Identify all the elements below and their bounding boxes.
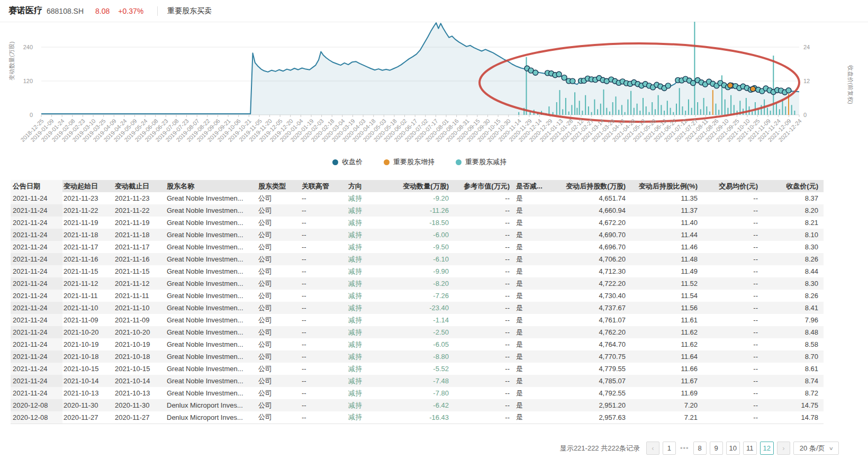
volume-bar <box>676 104 677 115</box>
cell-股东名称: Great Noble Investmen... <box>166 363 257 375</box>
cell-交易均价(元): -- <box>703 204 763 217</box>
cell-变动后持股比例(%): 11.67 <box>631 375 703 387</box>
cell-参考市值(万元): -- <box>454 375 515 387</box>
cell-关联高管: -- <box>301 326 347 338</box>
table-row[interactable]: 2020-12-082020-11-272020-11-27Denlux Mic… <box>11 411 824 424</box>
pagination-next-button[interactable]: › <box>777 442 790 455</box>
table-row[interactable]: 2021-11-242021-10-202021-10-20Great Nobl… <box>11 326 824 338</box>
cell-收盘价(元): 8.30 <box>763 241 824 253</box>
column-header-8[interactable]: 变动数量(万股) <box>398 180 454 192</box>
table-row[interactable]: 2021-11-242021-11-112021-11-11Great Nobl… <box>11 290 824 302</box>
pagination-page-9[interactable]: 9 <box>710 442 723 455</box>
column-header-2[interactable]: 变动起始日 <box>62 180 114 192</box>
column-header-6[interactable]: 关联高管 <box>301 180 347 192</box>
cell-变动截止日: 2021-11-11 <box>114 290 166 302</box>
cell-参考市值(万元): -- <box>454 204 515 217</box>
volume-bar <box>637 104 638 115</box>
table-row[interactable]: 2021-11-242021-11-162021-11-16Great Nobl… <box>11 253 824 265</box>
column-header-13[interactable]: 交易均价(元) <box>703 180 763 192</box>
table-row[interactable]: 2021-11-242021-11-192021-11-19Great Nobl… <box>11 217 824 229</box>
cell-公告日期: 2021-11-24 <box>11 277 62 290</box>
table-row[interactable]: 2021-11-242021-11-122021-11-12Great Nobl… <box>11 277 824 290</box>
pagination-page-8[interactable]: 8 <box>693 442 707 455</box>
volume-bar <box>664 111 665 115</box>
cell-是否减...: 是 <box>515 290 555 302</box>
cell-股东类型: 公司 <box>257 265 301 277</box>
cell-是否减...: 是 <box>515 399 555 411</box>
table-row[interactable]: 2021-11-242021-11-092021-11-09Great Nobl… <box>11 314 824 326</box>
page-size-select[interactable]: 20 条/页∨ <box>793 442 839 455</box>
cell-参考市值(万元): -- <box>454 338 515 350</box>
cell-变动截止日: 2021-11-10 <box>114 302 166 314</box>
table-row[interactable]: 2021-11-242021-11-182021-11-18Great Nobl… <box>11 229 824 241</box>
pagination-page-11[interactable]: 11 <box>743 442 757 455</box>
cell-变动后持股数(万股): 2,957.63 <box>555 411 631 424</box>
volume-bar <box>562 109 563 115</box>
cell-关联高管: -- <box>301 314 347 326</box>
column-header-12[interactable]: 变动后持股比例(%) <box>631 180 703 192</box>
table-row[interactable]: 2021-11-242021-11-152021-11-15Great Nobl… <box>11 265 824 277</box>
cell-交易均价(元): -- <box>703 399 763 411</box>
legend-item-close-price[interactable]: 收盘价 <box>332 157 363 167</box>
cell-交易均价(元): -- <box>703 192 763 204</box>
table-row[interactable]: 2021-11-242021-10-192021-10-19Great Nobl… <box>11 338 824 350</box>
pagination-page-10[interactable]: 10 <box>726 442 740 455</box>
cell-变动起始日: 2021-11-23 <box>62 192 114 204</box>
cell-股东类型: 公司 <box>257 217 301 229</box>
pagination-page-12[interactable]: 12 <box>760 442 774 455</box>
cell-变动后持股数(万股): 4,770.75 <box>555 350 631 363</box>
tab-important-holder-trading[interactable]: 重要股东买卖 <box>167 6 212 16</box>
cell-收盘价(元): 8.37 <box>763 192 824 204</box>
pagination-bar: 显示221-222 共222条记录‹1•••89101112›20 条/页∨ <box>560 442 839 455</box>
cell-变动数量(万股): -16.43 <box>398 411 454 424</box>
cell-变动后持股比例(%): 7.21 <box>631 411 703 424</box>
cell-方向: 减持 <box>347 241 398 253</box>
cell-是否减...: 是 <box>515 253 555 265</box>
cell-公告日期: 2021-11-24 <box>11 302 62 314</box>
column-header-3[interactable]: 变动截止日 <box>114 180 166 192</box>
pagination-page-1[interactable]: 1 <box>663 442 676 455</box>
cell-变动起始日: 2020-11-27 <box>62 411 114 424</box>
cell-关联高管: -- <box>301 229 347 241</box>
cell-公告日期: 2021-11-24 <box>11 375 62 387</box>
cell-是否减...: 是 <box>515 375 555 387</box>
table-row[interactable]: 2020-12-082020-11-302020-11-30Denlux Mic… <box>11 399 824 411</box>
table-row[interactable]: 2021-11-242021-10-152021-10-15Great Nobl… <box>11 363 824 375</box>
legend-item-holder-decrease[interactable]: 重要股东减持 <box>456 157 507 167</box>
column-header-7[interactable]: 方向 <box>347 180 398 192</box>
pagination-prev-button[interactable]: ‹ <box>646 442 659 455</box>
stock-code: 688108.SH <box>47 7 84 15</box>
volume-bar <box>673 112 674 115</box>
column-header-9[interactable]: 参考市值(万元) <box>454 180 515 192</box>
cell-方向: 减持 <box>347 229 398 241</box>
cell-变动截止日: 2021-11-09 <box>114 314 166 326</box>
table-row[interactable]: 2021-11-242021-10-132021-10-13Great Nobl… <box>11 387 824 399</box>
cell-变动后持股数(万股): 4,730.40 <box>555 290 631 302</box>
cell-股东名称: Great Noble Investmen... <box>166 265 257 277</box>
cell-变动起始日: 2021-11-11 <box>62 290 114 302</box>
price-volume-chart <box>0 21 868 160</box>
table-row[interactable]: 2021-11-242021-11-222021-11-22Great Nobl… <box>11 204 824 217</box>
volume-bar <box>646 106 647 115</box>
volume-bar <box>556 102 557 115</box>
column-header-4[interactable]: 股东名称 <box>166 180 257 192</box>
cell-交易均价(元): -- <box>703 350 763 363</box>
column-header-1[interactable]: 公告日期 <box>11 180 62 192</box>
cell-参考市值(万元): -- <box>454 192 515 204</box>
table-row[interactable]: 2021-11-242021-11-232021-11-23Great Nobl… <box>11 192 824 204</box>
cell-股东名称: Great Noble Investmen... <box>166 326 257 338</box>
table-row[interactable]: 2021-11-242021-11-102021-11-10Great Nobl… <box>11 302 824 314</box>
holder-decrease-point <box>562 75 567 80</box>
cell-变动后持股比例(%): 11.66 <box>631 363 703 375</box>
table-row[interactable]: 2021-11-242021-10-142021-10-14Great Nobl… <box>11 375 824 387</box>
table-row[interactable]: 2021-11-242021-10-182021-10-18Great Nobl… <box>11 350 824 363</box>
cell-变动后持股数(万股): 4,712.30 <box>555 265 631 277</box>
column-header-14[interactable]: 收盘价(元) <box>763 180 824 192</box>
table-row[interactable]: 2021-11-242021-11-172021-11-17Great Nobl… <box>11 241 824 253</box>
legend-item-holder-increase[interactable]: 重要股东增持 <box>384 157 435 167</box>
column-header-10[interactable]: 是否减... <box>515 180 555 192</box>
cell-收盘价(元): 14.75 <box>763 399 824 411</box>
cell-股东类型: 公司 <box>257 204 301 217</box>
column-header-5[interactable]: 股东类型 <box>257 180 301 192</box>
column-header-11[interactable]: 变动后持股数(万股) <box>555 180 631 192</box>
